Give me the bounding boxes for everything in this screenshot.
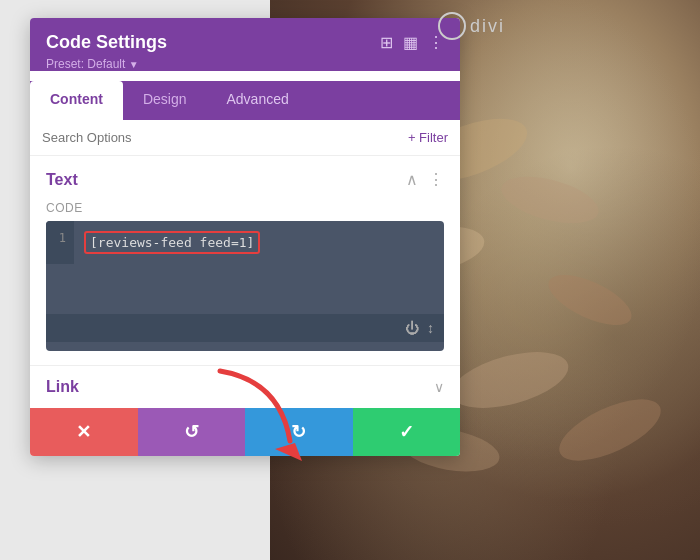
filter-button[interactable]: + Filter — [408, 130, 448, 145]
preset-arrow: ▼ — [129, 59, 139, 70]
svg-point-1 — [497, 168, 604, 233]
header-icons: ⊞ ▦ ⋮ — [380, 33, 444, 52]
divi-circle-icon — [438, 12, 466, 40]
tab-content[interactable]: Content — [30, 81, 123, 120]
save-button[interactable]: ✓ — [353, 408, 461, 456]
tab-advanced[interactable]: Advanced — [206, 81, 308, 120]
text-section: Text ∧ ⋮ Code 1 [reviews-feed feed=1] ⏻ … — [30, 156, 460, 365]
section-title: Text — [46, 171, 78, 189]
shortcode-text: [reviews-feed feed=1] — [84, 231, 260, 254]
capture-icon[interactable]: ⊞ — [380, 33, 393, 52]
section-icons: ∧ ⋮ — [406, 170, 444, 189]
settings-panel: Code Settings ⊞ ▦ ⋮ Preset: Default ▼ Co… — [30, 18, 460, 456]
code-content: [reviews-feed feed=1] — [74, 221, 444, 264]
undo-button[interactable]: ↺ — [138, 408, 246, 456]
section-header: Text ∧ ⋮ — [46, 170, 444, 189]
svg-point-6 — [551, 387, 669, 473]
preset-label[interactable]: Preset: Default ▼ — [46, 57, 444, 71]
svg-point-3 — [542, 265, 639, 336]
search-input[interactable] — [42, 130, 408, 145]
panel-tabs: Content Design Advanced — [30, 81, 460, 120]
panel-header-top: Code Settings ⊞ ▦ ⋮ — [46, 32, 444, 53]
search-bar: + Filter — [30, 120, 460, 156]
code-label: Code — [46, 201, 444, 215]
divi-logo: divi — [438, 12, 505, 40]
code-editor-inner: 1 [reviews-feed feed=1] — [46, 221, 444, 264]
line-numbers: 1 — [46, 221, 74, 264]
bottom-toolbar: ✕ ↺ ↻ ✓ — [30, 408, 460, 456]
tab-design[interactable]: Design — [123, 81, 207, 120]
section-more-icon[interactable]: ⋮ — [428, 170, 444, 189]
link-section: Link ∨ — [30, 365, 460, 408]
code-editor[interactable]: 1 [reviews-feed feed=1] ⏻ ↕ — [46, 221, 444, 351]
redo-button[interactable]: ↻ — [245, 408, 353, 456]
panel-header: Code Settings ⊞ ▦ ⋮ Preset: Default ▼ — [30, 18, 460, 71]
power-icon[interactable]: ⏻ — [405, 320, 419, 336]
sort-icon[interactable]: ↕ — [427, 320, 434, 336]
svg-point-4 — [446, 341, 574, 418]
collapse-icon[interactable]: ∧ — [406, 170, 418, 189]
cancel-button[interactable]: ✕ — [30, 408, 138, 456]
link-expand-icon[interactable]: ∨ — [434, 379, 444, 395]
link-title: Link — [46, 378, 79, 396]
grid-icon[interactable]: ▦ — [403, 33, 418, 52]
divi-text: divi — [470, 16, 505, 37]
panel-title: Code Settings — [46, 32, 167, 53]
code-editor-footer: ⏻ ↕ — [46, 314, 444, 342]
